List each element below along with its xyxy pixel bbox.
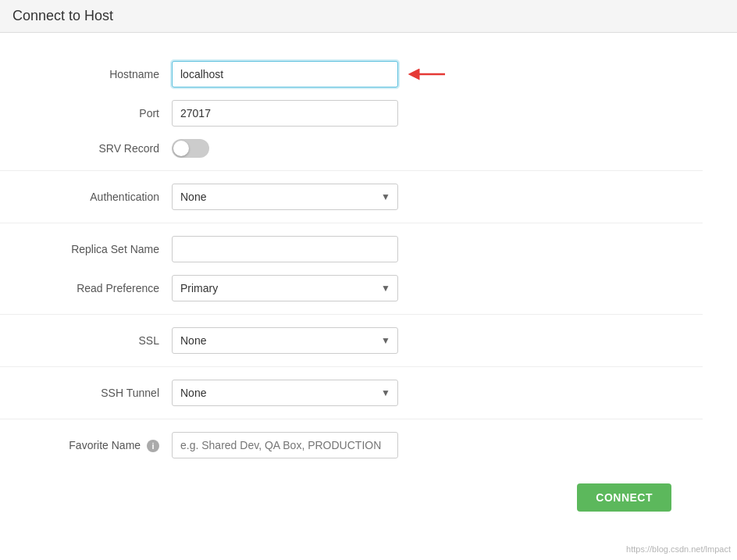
page-title: Connect to Host xyxy=(12,8,113,23)
read-preference-select-wrapper: Primary Primary Preferred Secondary Seco… xyxy=(172,275,398,301)
toggle-wrapper xyxy=(172,139,209,158)
replica-set-label: Replica Set Name xyxy=(31,243,172,255)
srv-record-label: SRV Record xyxy=(31,142,172,155)
ssl-select-wrapper: None Unvalidated Server Validation Serve… xyxy=(172,327,398,354)
section-ssh: SSH Tunnel None Use Password Use Identit… xyxy=(0,367,703,419)
favorite-name-input[interactable] xyxy=(172,432,398,458)
authentication-select-wrapper: None Username / Password SCRAM-SHA-256 X… xyxy=(172,184,398,210)
section-favorite: Favorite Name i CONNECT xyxy=(0,419,703,537)
read-preference-select[interactable]: Primary Primary Preferred Secondary Seco… xyxy=(172,275,398,301)
port-label: Port xyxy=(31,107,172,119)
info-icon[interactable]: i xyxy=(147,440,159,452)
hostname-row: Hostname xyxy=(0,61,703,87)
arrow-annotation xyxy=(408,66,447,82)
hostname-label: Hostname xyxy=(31,68,172,80)
connect-button[interactable]: CONNECT xyxy=(577,483,671,512)
srv-toggle[interactable] xyxy=(172,139,209,158)
authentication-row: Authentication None Username / Password … xyxy=(0,184,703,210)
hostname-input[interactable] xyxy=(172,61,398,87)
ssh-tunnel-label: SSH Tunnel xyxy=(31,387,172,399)
ssl-row: SSL None Unvalidated Server Validation S… xyxy=(0,327,703,354)
toggle-slider xyxy=(172,139,209,158)
ssh-tunnel-row: SSH Tunnel None Use Password Use Identit… xyxy=(0,380,703,406)
authentication-label: Authentication xyxy=(31,191,172,203)
section-replica: Replica Set Name Read Preference Primary… xyxy=(0,223,703,315)
section-authentication: Authentication None Username / Password … xyxy=(0,171,703,223)
watermark: https://blog.csdn.net/lmpact xyxy=(626,544,731,554)
favorite-name-label: Favorite Name i xyxy=(31,439,172,452)
port-row: Port xyxy=(0,100,703,127)
favorite-name-row: Favorite Name i xyxy=(0,432,703,458)
read-preference-label: Read Preference xyxy=(31,282,172,294)
srv-record-row: SRV Record xyxy=(0,139,703,158)
section-connection: Hostname Port SRV Record xyxy=(0,48,703,171)
button-row: CONNECT xyxy=(0,471,703,524)
replica-set-input[interactable] xyxy=(172,236,398,262)
section-ssl: SSL None Unvalidated Server Validation S… xyxy=(0,315,703,367)
ssl-select[interactable]: None Unvalidated Server Validation Serve… xyxy=(172,327,398,354)
replica-set-row: Replica Set Name xyxy=(0,236,703,262)
form-container: Hostname Port SRV Record xyxy=(0,33,703,552)
authentication-select[interactable]: None Username / Password SCRAM-SHA-256 X… xyxy=(172,184,398,210)
title-bar: Connect to Host xyxy=(0,0,737,33)
ssh-tunnel-select[interactable]: None Use Password Use Identity File xyxy=(172,380,398,406)
ssh-tunnel-select-wrapper: None Use Password Use Identity File ▼ xyxy=(172,380,398,406)
read-preference-row: Read Preference Primary Primary Preferre… xyxy=(0,275,703,301)
port-input[interactable] xyxy=(172,100,398,127)
ssl-label: SSL xyxy=(31,334,172,347)
